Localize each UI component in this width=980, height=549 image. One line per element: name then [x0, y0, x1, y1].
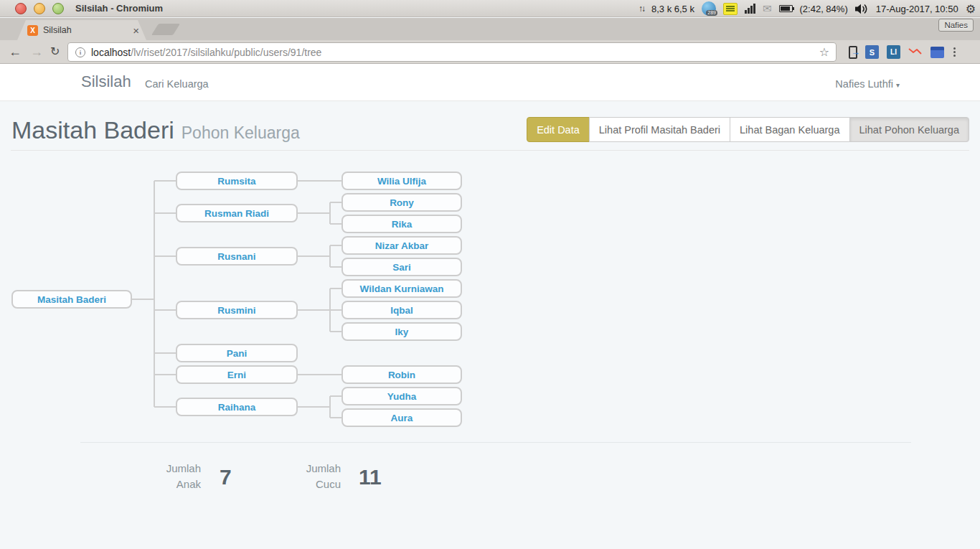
jumlah-cucu-value: 11 [359, 465, 382, 489]
battery-status-label: (2:42, 84%) [800, 4, 848, 14]
tree-node-child[interactable]: Rusnani [176, 247, 298, 266]
caret-down-icon: ▾ [896, 81, 900, 89]
volume-icon[interactable] [855, 4, 869, 14]
tab-title: Silsilah [43, 25, 133, 35]
tree-node-child[interactable]: Rusman Riadi [176, 204, 298, 222]
laravel-extension-icon[interactable] [908, 47, 923, 57]
url-path: /lv/riset/2017/silsilahku/public/users/9… [131, 47, 321, 58]
gear-icon[interactable]: ⚙ [966, 2, 976, 16]
tree-node-grandchild[interactable]: Iky [341, 322, 462, 341]
tree-node-grandchild[interactable]: Rony [341, 193, 462, 212]
window-titlebar: Silsilah - Chromium ↑↓ 8,3 k 6,5 k 289 ✉… [0, 0, 980, 17]
jumlah-anak-label: Jumlah Anak [151, 461, 201, 492]
tree-divider [80, 442, 911, 443]
tree-node-grandchild[interactable]: Robin [341, 365, 462, 384]
network-traffic-label: 8,3 k 6,5 k [651, 4, 694, 14]
send-to-device-extension-icon[interactable]: → [849, 46, 857, 59]
navbar-brand[interactable]: Silsilah [81, 72, 131, 91]
user-dropdown[interactable]: Nafies Luthfi▾ [835, 78, 900, 90]
system-tray: ↑↓ 8,3 k 6,5 k 289 ✉ (2:42, 84%) 17-Aug-… [639, 0, 976, 17]
address-bar[interactable]: i localhost/lv/riset/2017/silsilahku/pub… [67, 42, 837, 62]
header-divider [11, 150, 969, 151]
tree-node-grandchild[interactable]: Yudha [341, 387, 462, 405]
jumlah-cucu-label: Jumlah Cucu [291, 461, 341, 492]
person-name: Masitah Baderi [11, 116, 174, 144]
window-maximize-button[interactable] [52, 3, 64, 14]
browser-toolbar: ← → ↻ i localhost/lv/riset/2017/silsilah… [0, 40, 980, 64]
tree-node-child[interactable]: Rumsita [176, 172, 298, 190]
app-indicator-icon[interactable]: 289 [702, 1, 716, 16]
edit-data-button[interactable]: Edit Data [527, 117, 590, 142]
forward-button[interactable]: → [30, 44, 43, 60]
browser-tab[interactable]: X Silsilah × [17, 20, 146, 40]
list-indicator-icon[interactable] [723, 3, 738, 15]
page-subtitle: Pohon Keluarga [182, 123, 300, 142]
tree-node-child[interactable]: Pani [176, 344, 298, 362]
family-tree: Masitah BaderiRumsitaWilia UlfijaRusman … [0, 161, 502, 441]
lihat-pohon-button[interactable]: Lihat Pohon Keluarga [849, 117, 969, 142]
bookmark-star-icon[interactable]: ☆ [819, 45, 829, 59]
li-extension-icon[interactable]: LI [887, 45, 900, 59]
tree-node-child[interactable]: Rusmini [176, 301, 298, 319]
desktop-user-badge: Nafies [938, 19, 974, 32]
extension-icons: → S LI [849, 42, 956, 62]
tree-node-grandchild[interactable]: Iqbal [341, 301, 462, 319]
lihat-profil-button[interactable]: Lihat Profil Masitah Baderi [589, 117, 730, 142]
network-updown-icon[interactable]: ↑↓ [639, 4, 644, 14]
jumlah-anak-value: 7 [220, 465, 232, 489]
tree-node-grandchild[interactable]: Sari [341, 258, 462, 276]
action-button-group: Edit Data Lihat Profil Masitah Baderi Li… [527, 117, 969, 142]
window-close-button[interactable] [15, 3, 27, 14]
xampp-favicon: X [27, 25, 38, 36]
page-info-icon[interactable]: i [75, 47, 85, 57]
tree-node-grandchild[interactable]: Nizar Akbar [341, 236, 462, 255]
clock-label: 17-Aug-2017, 10:50 [876, 4, 958, 14]
page-title: Masitah BaderiPohon Keluarga [11, 116, 300, 144]
signal-strength-icon[interactable] [745, 4, 755, 14]
window-title: Silsilah - Chromium [75, 3, 163, 14]
tree-node-child[interactable]: Raihana [176, 398, 298, 416]
blue-extension-icon[interactable] [930, 47, 944, 58]
desktop-screen: Silsilah - Chromium ↑↓ 8,3 k 6,5 k 289 ✉… [0, 0, 980, 549]
browser-tab-strip: X Silsilah × Nafies [0, 18, 980, 40]
tree-node-grandchild[interactable]: Wilia Ulfija [341, 172, 462, 190]
url-text[interactable]: localhost/lv/riset/2017/silsilahku/publi… [91, 47, 321, 58]
indicator-badge: 289 [706, 10, 717, 16]
mail-icon[interactable]: ✉ [763, 2, 772, 15]
s-extension-icon[interactable]: S [865, 45, 879, 59]
tab-close-icon[interactable]: × [133, 24, 139, 37]
nav-link-cari-keluarga[interactable]: Cari Keluarga [145, 78, 209, 90]
lihat-bagan-button[interactable]: Lihat Bagan Keluarga [730, 117, 849, 142]
url-host: localhost [91, 47, 131, 58]
site-navbar: Silsilah Cari Keluarga Nafies Luthfi▾ [0, 64, 980, 101]
browser-menu-icon[interactable] [953, 47, 956, 57]
user-dropdown-label: Nafies Luthfi [835, 78, 893, 90]
tree-node-grandchild[interactable]: Aura [341, 408, 462, 427]
tree-node-child[interactable]: Erni [176, 365, 298, 384]
tree-node-grandchild[interactable]: Wildan Kurniawan [341, 279, 462, 298]
back-button[interactable]: ← [9, 44, 22, 60]
new-tab-button[interactable] [151, 24, 180, 35]
window-minimize-button[interactable] [34, 3, 45, 14]
reload-button[interactable]: ↻ [50, 44, 60, 60]
tree-node-root[interactable]: Masitah Baderi [11, 290, 132, 309]
tree-node-grandchild[interactable]: Rika [341, 215, 462, 233]
battery-icon[interactable] [779, 5, 793, 12]
